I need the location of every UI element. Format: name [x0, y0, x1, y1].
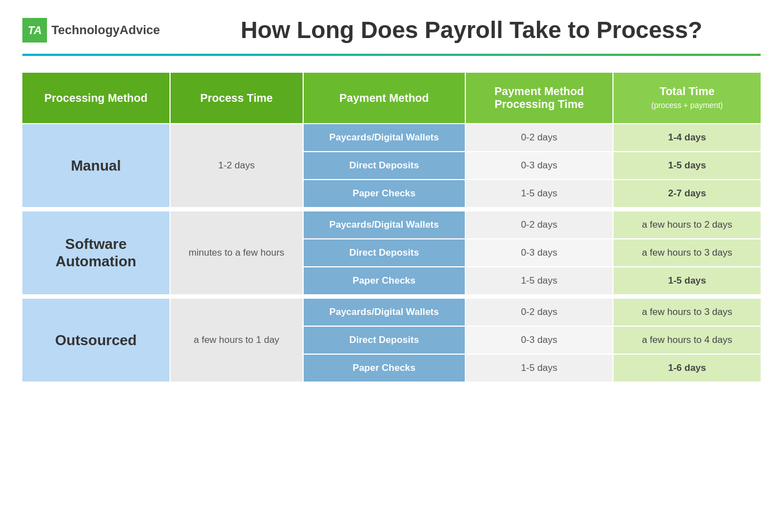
td-payment-method: Paper Checks [303, 354, 465, 382]
header: TA TechnologyTechnologyAdviceAdvice How … [22, 17, 761, 44]
logo-technology: Technology [51, 23, 120, 37]
td-payment-method: Paycards/Digital Wallets [303, 124, 465, 152]
logo-advice-bold: Advice [120, 23, 160, 37]
col-header-payment-processing-time: Payment Method Processing Time [465, 73, 613, 124]
col-header-processing-method: Processing Method [22, 73, 170, 124]
td-payment-processing-time: 0-3 days [465, 326, 613, 354]
td-payment-processing-time: 0-2 days [465, 211, 613, 239]
td-payment-method: Paper Checks [303, 180, 465, 208]
td-payment-method: Paper Checks [303, 267, 465, 295]
td-total-time: 2-7 days [613, 180, 761, 208]
td-payment-processing-time: 0-2 days [465, 298, 613, 326]
td-payment-processing-time: 0-3 days [465, 152, 613, 180]
td-payment-method: Direct Deposits [303, 326, 465, 354]
col-header-process-time: Process Time [170, 73, 303, 124]
col-header-total-time: Total Time (process + payment) [613, 73, 761, 124]
header-divider [22, 54, 761, 56]
td-process-time: 1-2 days [170, 124, 303, 208]
td-payment-method: Direct Deposits [303, 239, 465, 267]
td-total-time: a few hours to 3 days [613, 298, 761, 326]
logo-box: TA [22, 18, 47, 43]
table-body: Manual1-2 daysPaycards/Digital Wallets0-… [22, 124, 761, 382]
td-processing-method: Outsourced [22, 298, 170, 382]
td-total-time: 1-6 days [613, 354, 761, 382]
table-row: Software Automationminutes to a few hour… [22, 211, 761, 239]
td-total-time: a few hours to 3 days [613, 239, 761, 267]
page-title: How Long Does Payroll Take to Process? [182, 17, 761, 44]
td-payment-processing-time: 1-5 days [465, 267, 613, 295]
td-total-time: a few hours to 4 days [613, 326, 761, 354]
td-processing-method: Software Automation [22, 211, 170, 295]
logo-wordmark: TechnologyTechnologyAdviceAdvice [51, 23, 160, 37]
td-payment-processing-time: 1-5 days [465, 354, 613, 382]
td-total-time: 1-5 days [613, 267, 761, 295]
td-payment-processing-time: 0-3 days [465, 239, 613, 267]
td-payment-processing-time: 1-5 days [465, 180, 613, 208]
td-process-time: minutes to a few hours [170, 211, 303, 295]
td-payment-processing-time: 0-2 days [465, 124, 613, 152]
total-time-label: Total Time [659, 85, 714, 97]
td-total-time: 1-4 days [613, 124, 761, 152]
td-payment-method: Direct Deposits [303, 152, 465, 180]
td-payment-method: Paycards/Digital Wallets [303, 298, 465, 326]
td-processing-method: Manual [22, 124, 170, 208]
td-total-time: 1-5 days [613, 152, 761, 180]
td-total-time: a few hours to 2 days [613, 211, 761, 239]
logo: TA TechnologyTechnologyAdviceAdvice [22, 18, 160, 43]
main-table-container: Processing Method Process Time Payment M… [22, 73, 761, 383]
table-row: Manual1-2 daysPaycards/Digital Wallets0-… [22, 124, 761, 152]
td-process-time: a few hours to 1 day [170, 298, 303, 382]
td-payment-method: Paycards/Digital Wallets [303, 211, 465, 239]
table-row: Outsourceda few hours to 1 dayPaycards/D… [22, 298, 761, 326]
col-header-payment-method: Payment Method [303, 73, 465, 124]
table-header-row: Processing Method Process Time Payment M… [22, 73, 761, 124]
logo-ta-text: TA [27, 24, 41, 37]
payroll-table: Processing Method Process Time Payment M… [22, 73, 761, 383]
total-time-subtitle: (process + payment) [651, 101, 723, 110]
